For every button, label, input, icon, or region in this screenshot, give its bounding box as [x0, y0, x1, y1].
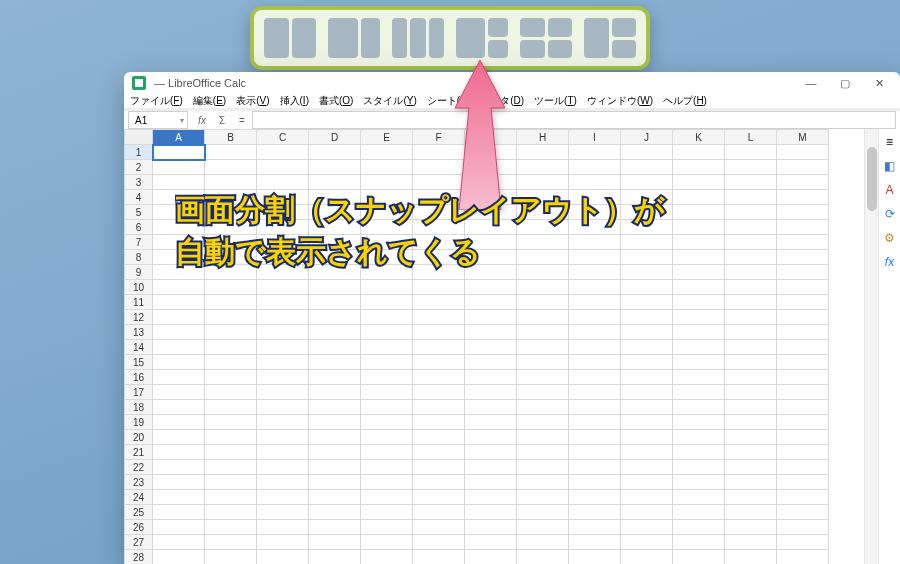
cell-B5[interactable]: [205, 205, 257, 220]
cell-I2[interactable]: [569, 160, 621, 175]
cell-B8[interactable]: [205, 250, 257, 265]
cell-K26[interactable]: [673, 520, 725, 535]
cell-D8[interactable]: [309, 250, 361, 265]
cell-G5[interactable]: [465, 205, 517, 220]
menu-y[interactable]: スタイル(Y): [363, 94, 416, 108]
cell-L24[interactable]: [725, 490, 777, 505]
cell-K10[interactable]: [673, 280, 725, 295]
cell-A21[interactable]: [153, 445, 205, 460]
col-header-L[interactable]: L: [725, 130, 777, 145]
cell-A14[interactable]: [153, 340, 205, 355]
formula-input[interactable]: [252, 111, 896, 129]
side-properties-icon[interactable]: ≡: [886, 135, 893, 149]
cell-C18[interactable]: [257, 400, 309, 415]
cell-A17[interactable]: [153, 385, 205, 400]
cell-C24[interactable]: [257, 490, 309, 505]
cell-K20[interactable]: [673, 430, 725, 445]
cell-H12[interactable]: [517, 310, 569, 325]
cell-E14[interactable]: [361, 340, 413, 355]
cell-M13[interactable]: [777, 325, 829, 340]
cell-M12[interactable]: [777, 310, 829, 325]
cell-B16[interactable]: [205, 370, 257, 385]
row-header-18[interactable]: 18: [125, 400, 153, 415]
row-header-3[interactable]: 3: [125, 175, 153, 190]
cell-K24[interactable]: [673, 490, 725, 505]
menu-f[interactable]: ファイル(F): [130, 94, 183, 108]
cell-A26[interactable]: [153, 520, 205, 535]
cell-C19[interactable]: [257, 415, 309, 430]
menu-v[interactable]: 表示(V): [236, 94, 269, 108]
row-header-9[interactable]: 9: [125, 265, 153, 280]
cell-H19[interactable]: [517, 415, 569, 430]
cell-B28[interactable]: [205, 550, 257, 565]
cell-F7[interactable]: [413, 235, 465, 250]
cell-B19[interactable]: [205, 415, 257, 430]
cell-I23[interactable]: [569, 475, 621, 490]
cell-I15[interactable]: [569, 355, 621, 370]
cell-L21[interactable]: [725, 445, 777, 460]
cell-G20[interactable]: [465, 430, 517, 445]
cell-I28[interactable]: [569, 550, 621, 565]
cell-F2[interactable]: [413, 160, 465, 175]
cell-M26[interactable]: [777, 520, 829, 535]
cell-E12[interactable]: [361, 310, 413, 325]
cell-E18[interactable]: [361, 400, 413, 415]
cell-F18[interactable]: [413, 400, 465, 415]
cell-K16[interactable]: [673, 370, 725, 385]
menu-t[interactable]: ツール(T): [534, 94, 577, 108]
row-header-4[interactable]: 4: [125, 190, 153, 205]
cell-D6[interactable]: [309, 220, 361, 235]
cell-M21[interactable]: [777, 445, 829, 460]
cell-I14[interactable]: [569, 340, 621, 355]
cell-B6[interactable]: [205, 220, 257, 235]
cell-H17[interactable]: [517, 385, 569, 400]
menu-d[interactable]: データ(D): [480, 94, 524, 108]
cell-A15[interactable]: [153, 355, 205, 370]
cell-L5[interactable]: [725, 205, 777, 220]
cell-A13[interactable]: [153, 325, 205, 340]
cell-K21[interactable]: [673, 445, 725, 460]
cell-B2[interactable]: [205, 160, 257, 175]
cell-L20[interactable]: [725, 430, 777, 445]
row-header-16[interactable]: 16: [125, 370, 153, 385]
cell-B12[interactable]: [205, 310, 257, 325]
cell-D12[interactable]: [309, 310, 361, 325]
cell-J7[interactable]: [621, 235, 673, 250]
cell-G11[interactable]: [465, 295, 517, 310]
row-header-25[interactable]: 25: [125, 505, 153, 520]
cell-H13[interactable]: [517, 325, 569, 340]
cell-C7[interactable]: [257, 235, 309, 250]
cell-E3[interactable]: [361, 175, 413, 190]
cell-I1[interactable]: [569, 145, 621, 160]
cell-J2[interactable]: [621, 160, 673, 175]
col-header-D[interactable]: D: [309, 130, 361, 145]
snap-option-4[interactable]: [456, 18, 508, 58]
col-header-E[interactable]: E: [361, 130, 413, 145]
cell-E4[interactable]: [361, 190, 413, 205]
cell-E1[interactable]: [361, 145, 413, 160]
cell-E26[interactable]: [361, 520, 413, 535]
cell-G8[interactable]: [465, 250, 517, 265]
cell-E23[interactable]: [361, 475, 413, 490]
row-header-21[interactable]: 21: [125, 445, 153, 460]
cell-D22[interactable]: [309, 460, 361, 475]
cell-J19[interactable]: [621, 415, 673, 430]
cell-I12[interactable]: [569, 310, 621, 325]
cell-G1[interactable]: [465, 145, 517, 160]
cell-J17[interactable]: [621, 385, 673, 400]
cell-M14[interactable]: [777, 340, 829, 355]
cell-F17[interactable]: [413, 385, 465, 400]
cell-I9[interactable]: [569, 265, 621, 280]
cell-F9[interactable]: [413, 265, 465, 280]
cell-G21[interactable]: [465, 445, 517, 460]
cell-D20[interactable]: [309, 430, 361, 445]
cell-L19[interactable]: [725, 415, 777, 430]
cell-B26[interactable]: [205, 520, 257, 535]
cell-J14[interactable]: [621, 340, 673, 355]
row-header-15[interactable]: 15: [125, 355, 153, 370]
cell-K17[interactable]: [673, 385, 725, 400]
minimize-button[interactable]: —: [794, 72, 828, 94]
cell-C15[interactable]: [257, 355, 309, 370]
cell-F10[interactable]: [413, 280, 465, 295]
cell-A10[interactable]: [153, 280, 205, 295]
